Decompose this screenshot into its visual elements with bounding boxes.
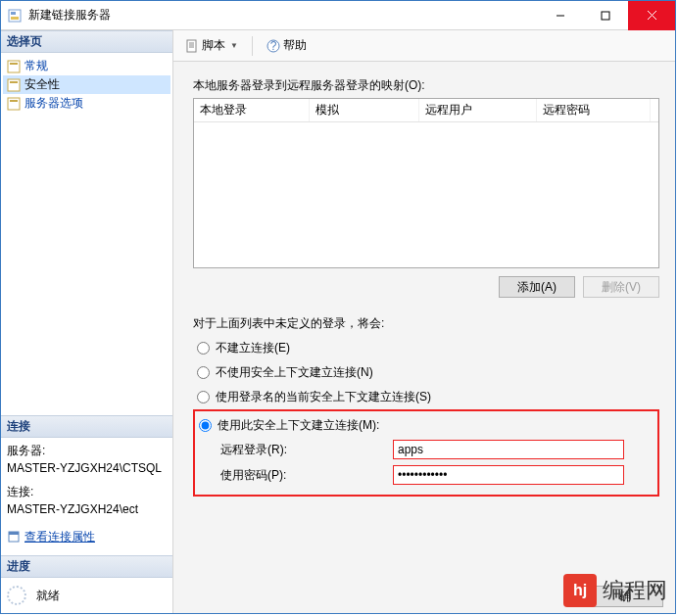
page-label: 安全性 xyxy=(24,76,60,93)
connection-header: 连接 xyxy=(1,415,172,438)
page-icon xyxy=(7,97,21,111)
left-panel: 选择页 常规 安全性 服务器选项 连接 服务器: MASTER xyxy=(1,30,173,613)
page-list: 常规 安全性 服务器选项 xyxy=(1,53,172,122)
grid-col-remoteuser: 远程用户 xyxy=(419,99,537,121)
grid-col-remotepwd: 远程密码 xyxy=(537,99,651,121)
minimize-button[interactable] xyxy=(538,1,583,30)
svg-rect-15 xyxy=(187,40,196,52)
radio-no-security-context[interactable]: 不使用安全上下文建立连接(N) xyxy=(197,364,661,381)
password-label: 使用密码(P): xyxy=(203,467,393,484)
toolbar-separator xyxy=(252,36,253,56)
dropdown-icon: ▼ xyxy=(230,41,238,50)
help-button[interactable]: ? 帮助 xyxy=(263,35,311,56)
connection-label: 连接: xyxy=(7,483,167,500)
svg-rect-8 xyxy=(10,63,18,65)
body: 选择页 常规 安全性 服务器选项 连接 服务器: MASTER xyxy=(1,30,675,613)
radio-label: 使用登录名的当前安全上下文建立连接(S) xyxy=(216,389,431,405)
svg-rect-0 xyxy=(9,10,21,22)
progress-status: 就绪 xyxy=(36,588,60,604)
script-button[interactable]: 脚本 ▼ xyxy=(181,35,242,56)
radio-current-context[interactable]: 使用登录名的当前安全上下文建立连接(S) xyxy=(197,389,661,405)
page-item-general[interactable]: 常规 xyxy=(3,57,170,75)
watermark: hj 编程网 xyxy=(563,574,667,607)
svg-rect-9 xyxy=(8,79,20,91)
grid-buttons: 添加(A) 删除(V) xyxy=(193,276,659,298)
view-connection-properties[interactable]: 查看连接属性 xyxy=(7,528,167,545)
dialog-window: 新建链接服务器 选择页 常规 安全性 服务器选项 xyxy=(0,0,676,614)
radio-input[interactable] xyxy=(197,342,210,355)
server-value: MASTER-YZJGXH24\CTSQL xyxy=(7,459,167,477)
add-button[interactable]: 添加(A) xyxy=(499,276,575,298)
delete-button: 删除(V) xyxy=(583,276,659,298)
view-connection-link[interactable]: 查看连接属性 xyxy=(24,528,95,545)
radio-label: 不使用安全上下文建立连接(N) xyxy=(216,364,373,381)
script-label: 脚本 xyxy=(202,37,225,54)
server-label: 服务器: xyxy=(7,442,167,459)
close-button[interactable] xyxy=(628,1,675,30)
toolbar: 脚本 ▼ ? 帮助 xyxy=(173,30,675,62)
progress-block: 就绪 xyxy=(1,578,172,613)
connection-value: MASTER-YZJGXH24\ect xyxy=(7,500,167,518)
svg-rect-4 xyxy=(602,12,609,20)
mapping-grid[interactable]: 本地登录 模拟 远程用户 远程密码 xyxy=(193,98,659,268)
remote-login-input[interactable] xyxy=(393,440,624,459)
watermark-text: 编程网 xyxy=(603,576,667,605)
radio-input[interactable] xyxy=(197,366,210,379)
options-label: 对于上面列表中未定义的登录，将会: xyxy=(193,315,661,332)
svg-rect-7 xyxy=(8,61,20,72)
help-icon: ? xyxy=(266,39,280,53)
page-label: 常规 xyxy=(24,58,48,74)
svg-rect-1 xyxy=(11,12,16,15)
grid-header: 本地登录 模拟 远程用户 远程密码 xyxy=(194,99,658,122)
password-input[interactable] xyxy=(393,465,624,485)
page-item-security[interactable]: 安全性 xyxy=(3,75,170,94)
radio-this-context[interactable]: 使用此安全上下文建立连接(M): xyxy=(199,417,650,434)
page-label: 服务器选项 xyxy=(24,95,83,112)
mapping-label: 本地服务器登录到远程服务器登录的映射(O): xyxy=(193,77,661,94)
svg-rect-11 xyxy=(8,98,20,110)
security-context-frame: 使用此安全上下文建立连接(M): 远程登录(R): 使用密码(P): xyxy=(193,409,659,497)
help-label: 帮助 xyxy=(283,37,307,54)
radio-label: 不建立连接(E) xyxy=(216,340,290,356)
watermark-logo: hj xyxy=(563,574,597,607)
app-icon xyxy=(7,8,23,24)
maximize-button[interactable] xyxy=(583,1,628,30)
svg-rect-10 xyxy=(10,81,18,83)
radio-no-connect[interactable]: 不建立连接(E) xyxy=(197,340,661,356)
svg-rect-14 xyxy=(9,532,19,535)
connection-info: 服务器: MASTER-YZJGXH24\CTSQL 连接: MASTER-YZ… xyxy=(1,438,172,555)
grid-col-impersonate: 模拟 xyxy=(310,99,419,121)
svg-text:?: ? xyxy=(270,39,277,53)
page-icon xyxy=(7,60,21,73)
grid-col-local: 本地登录 xyxy=(194,99,310,121)
remote-login-row: 远程登录(R): xyxy=(203,440,650,459)
remote-login-label: 远程登录(R): xyxy=(203,442,393,458)
progress-spinner-icon xyxy=(7,586,26,605)
select-page-header: 选择页 xyxy=(1,30,172,53)
window-title: 新建链接服务器 xyxy=(28,7,538,24)
properties-icon xyxy=(7,530,21,544)
page-icon xyxy=(7,78,21,92)
password-row: 使用密码(P): xyxy=(203,465,650,485)
right-panel: 脚本 ▼ ? 帮助 本地服务器登录到远程服务器登录的映射(O): 本地登录 模拟… xyxy=(173,30,675,613)
radio-input[interactable] xyxy=(197,391,210,403)
page-item-serveroptions[interactable]: 服务器选项 xyxy=(3,94,170,113)
script-icon xyxy=(185,39,199,53)
radio-input[interactable] xyxy=(199,419,212,432)
radio-label: 使用此安全上下文建立连接(M): xyxy=(218,417,379,434)
titlebar: 新建链接服务器 xyxy=(1,1,675,30)
svg-rect-12 xyxy=(10,100,18,102)
svg-rect-2 xyxy=(11,17,19,20)
content-area: 本地服务器登录到远程服务器登录的映射(O): 本地登录 模拟 远程用户 远程密码… xyxy=(173,62,675,613)
progress-header: 进度 xyxy=(1,555,172,578)
